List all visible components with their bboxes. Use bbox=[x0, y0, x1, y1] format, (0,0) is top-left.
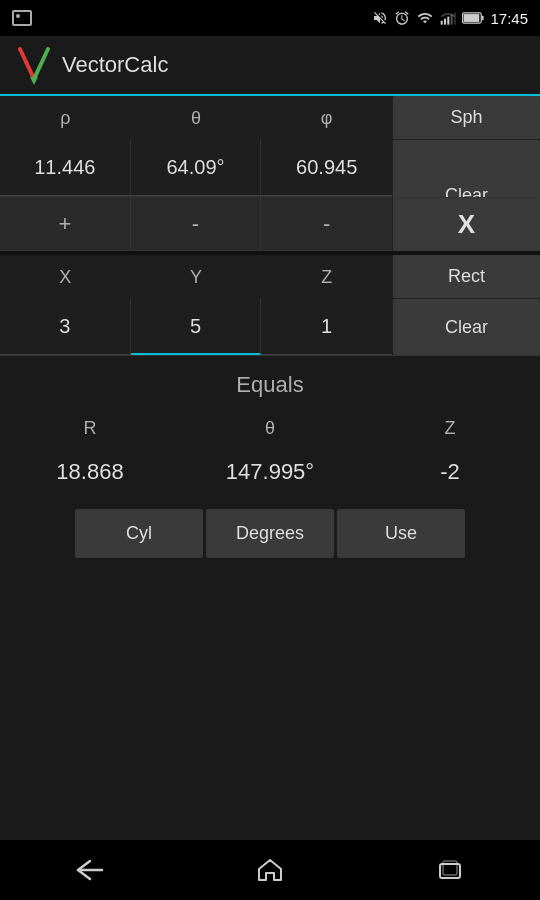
svg-line-9 bbox=[34, 49, 48, 79]
equals-title: Equals bbox=[236, 372, 303, 398]
cyl-button[interactable]: Cyl bbox=[75, 509, 203, 558]
result-values-row: 18.868 147.995° -2 bbox=[0, 453, 540, 501]
label-rho: ρ bbox=[0, 96, 131, 140]
label-z: Z bbox=[261, 255, 392, 299]
result-value-r: 18.868 bbox=[0, 453, 180, 501]
result-label-z: Z bbox=[360, 412, 540, 445]
svg-rect-4 bbox=[454, 13, 456, 25]
label-theta-sph: θ bbox=[131, 96, 262, 140]
sph-button[interactable]: Sph bbox=[392, 96, 540, 140]
app-title: VectorCalc bbox=[62, 52, 168, 78]
rectangular-section: X Y Z Rect 3 5 1 Clear bbox=[0, 255, 540, 356]
label-phi: φ bbox=[261, 96, 392, 140]
home-nav-button[interactable] bbox=[245, 850, 295, 890]
rect-button[interactable]: Rect bbox=[392, 255, 540, 299]
x-button-row: X bbox=[0, 197, 540, 251]
svg-line-8 bbox=[20, 49, 34, 79]
clear-rect-button[interactable]: Clear bbox=[392, 299, 540, 355]
alarm-icon bbox=[394, 10, 410, 26]
svg-rect-2 bbox=[448, 17, 450, 25]
svg-rect-7 bbox=[482, 16, 484, 21]
input-phi[interactable]: 60.945 bbox=[261, 140, 392, 196]
status-bar: 17:45 bbox=[0, 0, 540, 36]
input-theta-sph[interactable]: 64.09° bbox=[131, 140, 262, 196]
svg-marker-10 bbox=[30, 77, 38, 85]
main-content: ρ θ φ Sph 11.446 64.09° 60.945 Clear + -… bbox=[0, 96, 540, 840]
svg-rect-1 bbox=[444, 19, 446, 25]
svg-rect-6 bbox=[464, 14, 480, 22]
back-nav-button[interactable] bbox=[65, 850, 115, 890]
app-logo bbox=[16, 47, 52, 83]
mute-icon bbox=[372, 10, 388, 26]
result-value-z: -2 bbox=[360, 453, 540, 501]
input-z[interactable]: 1 bbox=[261, 299, 392, 355]
result-labels-row: R θ Z bbox=[0, 412, 540, 445]
label-x: X bbox=[0, 255, 131, 299]
screenshot-icon bbox=[12, 10, 32, 26]
input-x[interactable]: 3 bbox=[0, 299, 131, 355]
input-y[interactable]: 5 bbox=[131, 299, 262, 355]
wifi-icon bbox=[416, 10, 434, 26]
status-bar-left bbox=[12, 10, 32, 26]
app-titlebar: VectorCalc bbox=[0, 36, 540, 96]
degrees-button[interactable]: Degrees bbox=[206, 509, 334, 558]
x-multiply-button[interactable]: X bbox=[392, 197, 540, 251]
result-value-theta: 147.995° bbox=[180, 453, 360, 501]
result-label-theta: θ bbox=[180, 412, 360, 445]
recents-nav-button[interactable] bbox=[425, 850, 475, 890]
label-y: Y bbox=[131, 255, 262, 299]
status-bar-right: 17:45 bbox=[372, 10, 528, 27]
result-label-r: R bbox=[0, 412, 180, 445]
result-buttons-row: Cyl Degrees Use bbox=[75, 509, 465, 558]
input-rho[interactable]: 11.446 bbox=[0, 140, 131, 196]
use-button[interactable]: Use bbox=[337, 509, 465, 558]
battery-icon bbox=[462, 11, 484, 25]
signal-icon bbox=[440, 10, 456, 26]
nav-bar bbox=[0, 840, 540, 900]
time-display: 17:45 bbox=[490, 10, 528, 27]
svg-rect-3 bbox=[451, 15, 453, 25]
svg-rect-0 bbox=[441, 21, 443, 25]
equals-section: Equals R θ Z 18.868 147.995° -2 Cyl Degr… bbox=[0, 356, 540, 840]
